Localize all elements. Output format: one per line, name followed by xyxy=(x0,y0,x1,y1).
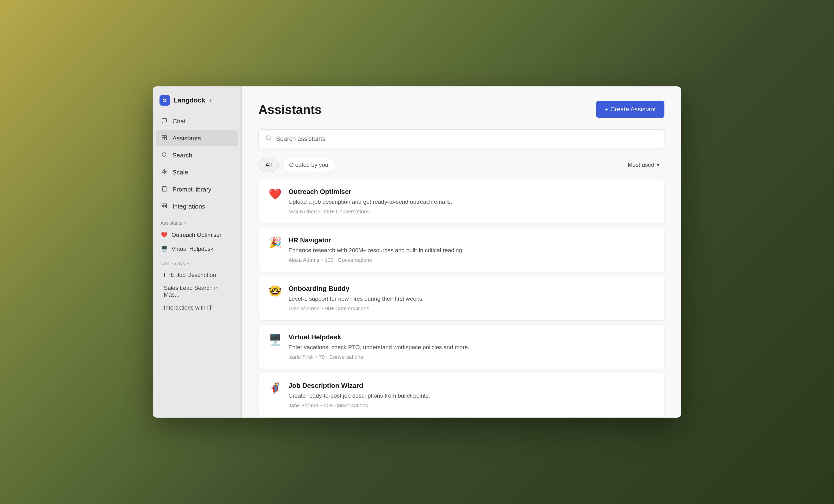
svg-point-12 xyxy=(266,136,270,140)
meta-dot: • xyxy=(321,403,322,408)
history-item-interactions-label: Interactions with IT xyxy=(164,304,212,311)
card-author-hr: Alexa Adams xyxy=(288,257,319,263)
card-emoji-hr: 🎉 xyxy=(268,237,282,248)
card-author-onboarding: Gina Microso xyxy=(288,305,320,312)
filter-tab-created-by-you[interactable]: Created by you xyxy=(282,158,335,172)
svg-rect-4 xyxy=(164,138,167,140)
card-onboarding-buddy[interactable]: 🤓 Onboarding Buddy Level-1 support for n… xyxy=(259,276,664,321)
card-conversations-wizard: 50+ Conversations xyxy=(324,403,368,409)
history-item-interactions[interactable]: Interactions with IT xyxy=(156,301,238,314)
card-meta-hr: Alexa Adams • 100+ Conversations xyxy=(288,257,655,263)
card-hr-navigator[interactable]: 🎉 HR Navigator Enhance research with 200… xyxy=(259,228,664,272)
card-content-wizard: Job Description Wizard Create ready-to-p… xyxy=(288,382,655,409)
svg-rect-0 xyxy=(162,97,168,104)
svg-marker-7 xyxy=(162,169,167,174)
card-title-hr: HR Navigator xyxy=(288,236,655,244)
create-assistant-button[interactable]: + Create Assistant xyxy=(596,101,664,118)
card-desc-onboarding: Level-1 support for new hires during the… xyxy=(288,295,655,303)
brand-logo[interactable]: Langdock ▾ xyxy=(153,95,241,113)
brand-name: Langdock xyxy=(173,96,205,104)
sidebar-item-chat-label: Chat xyxy=(173,118,186,125)
sidebar-item-assistants-label: Assistants xyxy=(173,135,201,142)
filter-row: All Created by you Most used ▾ xyxy=(259,158,664,172)
outreach-emoji: ❤️ xyxy=(160,232,168,238)
sidebar-pinned-helpdesk-label: Virtual Helpdesk xyxy=(172,246,213,252)
card-desc-wizard: Create ready-to-post job descriptions fr… xyxy=(288,391,655,400)
svg-rect-1 xyxy=(162,136,164,138)
card-desc-outreach: Upload a job description and get ready-t… xyxy=(288,198,655,206)
card-meta-onboarding: Gina Microso • 90+ Conversations xyxy=(288,305,655,312)
chat-icon xyxy=(160,118,168,125)
svg-line-13 xyxy=(270,139,271,140)
search-nav-icon xyxy=(160,152,168,159)
page-header: Assistants + Create Assistant xyxy=(259,101,664,118)
svg-line-6 xyxy=(166,156,167,157)
prompt-library-icon xyxy=(160,186,168,193)
assistants-list: ❤️ Outreach Optimiser Upload a job descr… xyxy=(259,179,664,418)
meta-dot: • xyxy=(315,355,317,360)
sidebar-item-scale-label: Scale xyxy=(173,169,188,176)
sidebar-pinned-helpdesk[interactable]: 🖥️ Virtual Helpdesk xyxy=(156,242,238,256)
sidebar-item-search-label: Search xyxy=(173,152,192,159)
filter-tabs: All Created by you xyxy=(259,158,335,172)
helpdesk-emoji: 🖥️ xyxy=(160,246,168,252)
svg-rect-8 xyxy=(162,204,164,205)
card-title-wizard: Job Description Wizard xyxy=(288,382,655,390)
card-conversations-onboarding: 90+ Conversations xyxy=(325,305,369,312)
main-content: Assistants + Create Assistant All Create… xyxy=(242,86,681,418)
card-author-wizard: Jane Farmer xyxy=(288,403,319,409)
sort-chevron-icon: ▾ xyxy=(657,162,660,168)
assistants-icon xyxy=(160,135,168,142)
card-meta-helpdesk: Karlo Tiroli • 70+ Conversations xyxy=(288,354,655,360)
sidebar-nav: Chat Assistants xyxy=(153,113,241,215)
svg-point-5 xyxy=(162,153,166,157)
history-chevron-icon: ▾ xyxy=(187,261,189,267)
meta-dot: • xyxy=(319,209,321,214)
card-content-helpdesk: Virtual Helpdesk Enter vacations, check … xyxy=(288,334,655,360)
sidebar-item-scale[interactable]: Scale xyxy=(156,164,238,181)
card-conversations-outreach: 200+ Conversations xyxy=(322,209,369,215)
card-emoji-onboarding: 🤓 xyxy=(268,286,282,296)
sidebar-item-search[interactable]: Search xyxy=(156,147,238,163)
search-assistants-input[interactable] xyxy=(276,135,657,142)
card-virtual-helpdesk[interactable]: 🖥️ Virtual Helpdesk Enter vacations, che… xyxy=(259,324,664,369)
meta-dot: • xyxy=(321,258,323,263)
card-title-helpdesk: Virtual Helpdesk xyxy=(288,334,655,341)
card-outreach-optimiser[interactable]: ❤️ Outreach Optimiser Upload a job descr… xyxy=(259,179,664,224)
sidebar-item-prompt-library[interactable]: Prompt library xyxy=(156,181,238,198)
history-item-sales[interactable]: Sales Lead Search in Mas... xyxy=(156,282,238,301)
scale-icon xyxy=(160,169,168,176)
section-chevron-icon: ▾ xyxy=(184,221,186,226)
svg-rect-10 xyxy=(165,206,167,208)
meta-dot: • xyxy=(322,306,323,311)
sidebar-item-integrations[interactable]: Integrations xyxy=(156,199,238,214)
card-meta-wizard: Jane Farmer • 50+ Conversations xyxy=(288,403,655,409)
brand-chevron-icon: ▾ xyxy=(210,98,212,103)
sidebar-pinned-outreach-label: Outreach Optimiser xyxy=(172,232,221,238)
history-item-fte-label: FTE Job Description xyxy=(164,272,216,278)
filter-tab-all[interactable]: All xyxy=(259,158,279,172)
sidebar-pinned-outreach[interactable]: ❤️ Outreach Optimiser xyxy=(156,228,238,242)
brand-icon xyxy=(159,95,170,106)
sidebar-item-chat[interactable]: Chat xyxy=(156,113,238,129)
card-emoji-outreach: ❤️ xyxy=(268,189,282,200)
card-title-onboarding: Onboarding Buddy xyxy=(288,285,655,293)
sidebar-item-assistants[interactable]: Assistants xyxy=(156,130,238,146)
history-item-fte[interactable]: FTE Job Description xyxy=(156,269,238,281)
card-content-onboarding: Onboarding Buddy Level-1 support for new… xyxy=(288,285,655,312)
card-emoji-helpdesk: 🖥️ xyxy=(268,334,282,345)
card-conversations-helpdesk: 70+ Conversations xyxy=(319,354,363,360)
card-meta-outreach: Max Reibert • 200+ Conversations xyxy=(288,209,655,215)
svg-rect-11 xyxy=(162,206,164,208)
card-content-hr: HR Navigator Enhance research with 200M+… xyxy=(288,236,655,263)
sort-dropdown[interactable]: Most used ▾ xyxy=(623,159,664,171)
card-author-outreach: Max Reibert xyxy=(288,209,317,215)
card-job-description-wizard[interactable]: 🦸 Job Description Wizard Create ready-to… xyxy=(259,373,664,418)
app-window: Langdock ▾ Chat xyxy=(153,86,681,418)
history-item-sales-label: Sales Lead Search in Mas... xyxy=(164,284,231,298)
sort-label: Most used xyxy=(628,162,654,168)
integrations-icon xyxy=(160,203,168,210)
card-desc-hr: Enhance research with 200M+ resources an… xyxy=(288,246,655,255)
svg-rect-9 xyxy=(165,204,167,205)
sidebar-item-integrations-label: Integrations xyxy=(173,203,205,210)
